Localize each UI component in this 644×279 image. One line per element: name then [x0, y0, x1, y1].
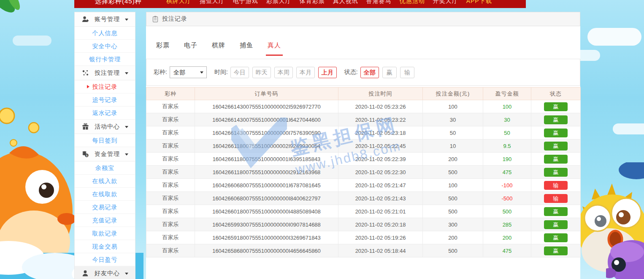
status-badge: 赢	[544, 155, 568, 164]
nav-item[interactable]: 棋牌大厅	[166, 0, 192, 5]
cell-bet-amount: 50	[423, 126, 483, 140]
lottery-select[interactable]: 全部	[170, 66, 207, 78]
nav-item[interactable]: 电子游戏	[233, 0, 258, 5]
status-badge: 赢	[544, 142, 568, 150]
tab-彩票[interactable]: 彩票	[154, 41, 171, 55]
cell-game: 百家乐	[146, 113, 195, 126]
nav-item[interactable]: 开奖大厅	[433, 0, 458, 5]
sidebar-item-充值记录[interactable]: 充值记录	[75, 214, 135, 227]
sidebar-item-银行卡管理[interactable]: 银行卡管理	[75, 53, 135, 66]
cell-bet-amount: 300	[423, 218, 483, 231]
sidebar-item-取款记录[interactable]: 取款记录	[75, 227, 135, 240]
table-header-row: 彩种订单号码投注时间投注金额(元)盈亏金额状态	[146, 88, 581, 100]
column-header: 订单号码	[195, 88, 338, 100]
nav-items: 棋牌大厅捕鱼大厅电子游戏彩票大厅体育彩票真人视讯香港赛马优惠活动开奖大厅APP下…	[166, 0, 500, 5]
sidebar-item-安全中心[interactable]: 安全中心	[75, 40, 135, 53]
table-row: 百家乐1604265918007555100000000I32696718432…	[146, 231, 581, 244]
tab-棋牌[interactable]: 棋牌	[210, 41, 227, 55]
time-filter-上月[interactable]: 上月	[318, 67, 337, 78]
status-filter-输[interactable]: 输	[400, 67, 414, 78]
user-icon	[82, 270, 89, 277]
cell-bet-time: 2020-11-02 05:21:01	[338, 205, 423, 218]
scatter-dots-icon	[82, 69, 89, 77]
filter-bar: 彩种: 全部 时间: 今日昨天本周本月上月 状态: 全部赢输	[146, 59, 580, 86]
sidebar-item-每日签到[interactable]: 每日签到	[75, 134, 135, 147]
lottery-select-value: 全部	[173, 69, 185, 76]
cloud-decoration	[13, 36, 51, 46]
sidebar-group-活动中心[interactable]: 活动中心	[75, 120, 135, 134]
status-filter-label: 状态:	[344, 68, 358, 76]
sidebar-item-追号记录[interactable]: 追号记录	[75, 93, 135, 107]
nav-item[interactable]: 真人视讯	[333, 0, 358, 5]
cell-order-number: 1604266143007555100000001I6427044600	[195, 113, 338, 126]
cell-bet-amount: 500	[423, 205, 483, 218]
column-header: 投注时间	[338, 88, 423, 100]
sidebar-group-资金管理[interactable]: $资金管理	[75, 147, 135, 161]
cell-order-number: 1604266143007555100000002I5926972770	[195, 100, 338, 113]
cell-game: 百家乐	[146, 205, 195, 218]
top-navbar: 选择彩种(45)种 棋牌大厅捕鱼大厅电子游戏彩票大厅体育彩票真人视讯香港赛马优惠…	[74, 0, 526, 8]
nav-item[interactable]: 香港赛马	[366, 0, 392, 5]
cell-bet-time: 2020-11-02 05:22:45	[338, 140, 423, 153]
cell-status: 赢	[531, 166, 581, 179]
sidebar-item-投注记录[interactable]: 投注记录	[75, 80, 135, 93]
sidebar-group-好友中心[interactable]: 好友中心	[75, 266, 135, 279]
time-filter-本月[interactable]: 本月	[296, 67, 315, 78]
sidebar-item-在线取款[interactable]: 在线取款	[75, 188, 135, 201]
status-filter-赢[interactable]: 赢	[382, 67, 397, 78]
cell-status: 赢	[531, 218, 581, 231]
sidebar-item-余额宝[interactable]: 余额宝	[75, 161, 135, 175]
cell-bet-time: 2020-11-02 05:21:43	[338, 192, 423, 205]
status-badge: 赢	[544, 102, 568, 111]
tab-捕鱼[interactable]: 捕鱼	[238, 41, 255, 55]
nav-item[interactable]: 体育彩票	[300, 0, 325, 5]
status-badge: 赢	[544, 207, 568, 216]
cell-bet-time: 2020-11-02 05:22:30	[338, 166, 423, 179]
nav-item[interactable]: 彩票大厅	[266, 0, 292, 5]
cell-game: 百家乐	[146, 100, 195, 113]
status-filter-group: 全部赢输	[360, 67, 418, 78]
time-filter-label: 时间:	[214, 68, 228, 76]
nav-item[interactable]: 优惠活动	[400, 0, 425, 5]
cell-bet-time: 2020-11-02 05:23:18	[338, 126, 423, 140]
cell-profit: 100	[483, 100, 531, 113]
time-filter-昨天[interactable]: 昨天	[252, 67, 271, 78]
nav-item[interactable]: 捕鱼大厅	[200, 0, 225, 5]
cell-order-number: 1604265993007555100000000I0907814688	[195, 218, 338, 231]
sidebar-item-返水记录[interactable]: 返水记录	[75, 107, 135, 120]
sidebar-item-今日盈亏[interactable]: 今日盈亏	[75, 253, 135, 266]
chevron-down-icon	[125, 153, 128, 156]
sidebar-item-现金交易[interactable]: 现金交易	[75, 240, 135, 253]
cell-bet-amount: 500	[423, 166, 483, 179]
purple-fish-decoration	[606, 162, 644, 279]
category-tabs: 彩票电子棋牌捕鱼真人	[146, 26, 580, 56]
cell-status: 赢	[531, 244, 581, 257]
tab-电子[interactable]: 电子	[182, 41, 199, 55]
user-gear-icon	[82, 16, 89, 23]
table-row: 百家乐1604266118007555100000000I29121639682…	[146, 166, 581, 179]
nav-item[interactable]: APP下载	[466, 0, 492, 5]
tab-真人[interactable]: 真人	[266, 41, 283, 56]
sidebar-item-个人信息[interactable]: 个人信息	[75, 27, 135, 40]
sidebar-group-投注管理[interactable]: 投注管理	[75, 66, 135, 80]
sidebar-item-交易记录[interactable]: 交易记录	[75, 201, 135, 214]
sidebar-item-在线入款[interactable]: 在线入款	[75, 175, 135, 188]
cell-status: 赢	[531, 100, 581, 113]
cell-order-number: 1604266118007555100000001I6395185843	[195, 153, 338, 166]
cell-order-number: 1604266118007555100000000I2912163968	[195, 166, 338, 179]
chevron-down-icon	[125, 19, 128, 21]
status-filter-全部[interactable]: 全部	[360, 67, 379, 78]
time-filter-今日[interactable]: 今日	[230, 67, 249, 78]
menu-list-icon[interactable]	[82, 0, 89, 4]
cell-game: 百家乐	[146, 218, 195, 231]
status-badge: 赢	[544, 233, 568, 242]
gift-icon	[82, 123, 89, 130]
time-filter-本周[interactable]: 本周	[274, 67, 293, 78]
nav-lottery-entry[interactable]: 选择彩种(45)种	[95, 0, 142, 5]
column-header: 彩种	[146, 88, 195, 100]
main-panel: 彩票电子棋牌捕鱼真人 彩种: 全部 时间: 今日昨天本周本月上月 状态: 全部赢…	[146, 26, 580, 279]
cell-status: 赢	[531, 231, 581, 244]
cell-status: 赢	[531, 113, 581, 126]
sidebar-group-账号管理[interactable]: 账号管理	[75, 12, 135, 27]
cell-game: 百家乐	[146, 179, 195, 192]
